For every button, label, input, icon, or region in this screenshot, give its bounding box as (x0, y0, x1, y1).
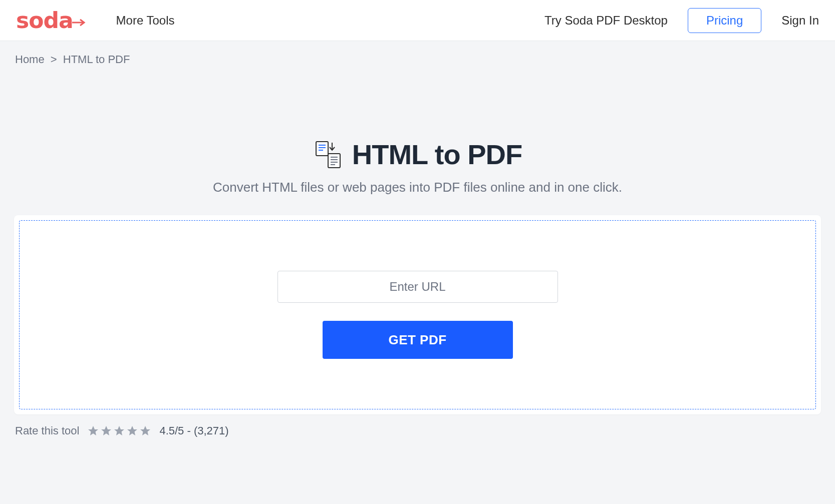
rating-stars[interactable] (87, 425, 151, 437)
title-row: HTML to PDF (0, 138, 835, 171)
try-desktop-link[interactable]: Try Soda PDF Desktop (544, 14, 668, 28)
star-icon[interactable] (126, 425, 138, 437)
logo[interactable]: soda (16, 8, 86, 33)
main-content: HTML to PDF Convert HTML files or web pa… (0, 78, 835, 447)
breadcrumb-home[interactable]: Home (15, 53, 45, 66)
rating-text: 4.5/5 - (3,271) (159, 424, 228, 437)
arrow-right-icon (72, 18, 86, 28)
breadcrumb: Home > HTML to PDF (0, 41, 835, 78)
tool-card: GET PDF (14, 215, 821, 414)
header-left: soda More Tools (16, 8, 175, 33)
url-input[interactable] (277, 271, 558, 303)
header-right: Try Soda PDF Desktop Pricing Sign In (544, 8, 819, 33)
svg-rect-5 (328, 154, 340, 168)
sign-in-link[interactable]: Sign In (781, 14, 819, 28)
star-icon[interactable] (100, 425, 112, 437)
more-tools-link[interactable]: More Tools (116, 14, 175, 28)
logo-text: soda (16, 8, 73, 33)
get-pdf-button[interactable]: GET PDF (323, 321, 513, 359)
drop-zone[interactable]: GET PDF (19, 220, 816, 409)
pricing-button[interactable]: Pricing (688, 8, 761, 33)
breadcrumb-current: HTML to PDF (63, 53, 130, 66)
breadcrumb-separator: > (51, 53, 57, 66)
page-subtitle: Convert HTML files or web pages into PDF… (0, 180, 835, 195)
rating-row: Rate this tool 4.5/5 - (3,271) (0, 414, 835, 447)
star-icon[interactable] (113, 425, 125, 437)
rating-label: Rate this tool (15, 424, 79, 437)
page-title: HTML to PDF (352, 138, 522, 171)
html-to-pdf-icon (313, 140, 343, 170)
star-icon[interactable] (87, 425, 99, 437)
star-icon[interactable] (139, 425, 151, 437)
svg-rect-1 (316, 142, 328, 156)
header: soda More Tools Try Soda PDF Desktop Pri… (0, 0, 835, 41)
